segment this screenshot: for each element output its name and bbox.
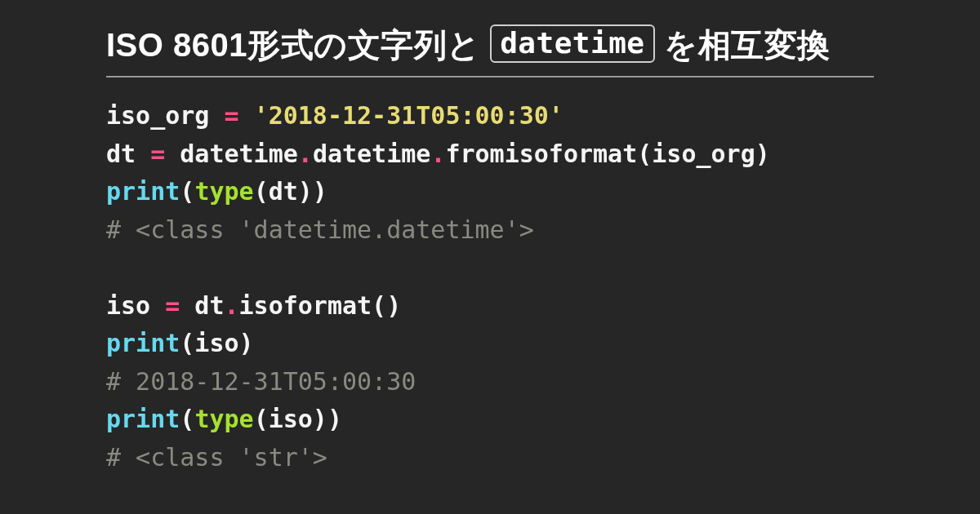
- code-token: iso: [106, 291, 165, 320]
- code-token: (: [180, 405, 194, 433]
- code-line: iso_org = '2018-12-31T05:00:30': [106, 97, 874, 135]
- code-token: '2018-12-31T05:00:30': [254, 101, 564, 130]
- title-pre: ISO 8601形式の文字列と: [106, 27, 481, 63]
- code-token: print: [106, 177, 180, 206]
- code-token: .: [298, 140, 313, 168]
- code-token: datetime: [313, 140, 431, 168]
- code-token: =: [225, 101, 239, 130]
- code-token: .: [225, 291, 239, 320]
- code-token: [239, 101, 254, 130]
- code-token: datetime: [165, 140, 298, 168]
- code-token: iso_org: [106, 101, 225, 130]
- code-line: iso = dt.isoformat(): [106, 287, 874, 326]
- code-line: # 2018-12-31T05:00:30: [106, 363, 874, 401]
- code-line: dt = datetime.datetime.fromisoformat(iso…: [106, 135, 874, 174]
- code-token: (: [180, 177, 194, 206]
- code-line: print(iso): [106, 325, 874, 363]
- code-token: print: [106, 405, 180, 433]
- code-token: isoformat(): [239, 291, 402, 320]
- code-token: # 2018-12-31T05:00:30: [106, 367, 416, 396]
- title-post: を相互変換: [664, 27, 831, 63]
- code-token: (iso)): [254, 405, 342, 433]
- slide-title: ISO 8601形式の文字列と datetime を相互変換: [106, 23, 874, 78]
- code-line: # <class 'datetime.datetime'>: [106, 211, 874, 250]
- code-token: =: [165, 291, 180, 320]
- code-block: iso_org = '2018-12-31T05:00:30'dt = date…: [106, 97, 874, 476]
- code-token: # <class 'str'>: [106, 443, 327, 472]
- slide-container: ISO 8601形式の文字列と datetime を相互変換 iso_org =…: [0, 0, 980, 476]
- code-line: [106, 249, 874, 287]
- code-line: # <class 'str'>: [106, 439, 874, 477]
- code-token: (iso): [180, 329, 253, 357]
- code-token: # <class 'datetime.datetime'>: [106, 215, 534, 244]
- title-code-box: datetime: [490, 24, 654, 63]
- code-line: print(type(iso)): [106, 401, 874, 439]
- code-line: print(type(dt)): [106, 173, 874, 211]
- code-token: (dt)): [254, 177, 327, 206]
- code-token: type: [194, 177, 253, 206]
- code-token: print: [106, 329, 180, 357]
- code-token: type: [194, 405, 253, 433]
- code-token: [106, 253, 121, 281]
- code-token: =: [150, 140, 165, 168]
- code-token: .: [430, 140, 445, 168]
- code-token: dt: [180, 291, 224, 320]
- code-token: fromisoformat(iso_org): [445, 140, 769, 168]
- code-token: dt: [106, 140, 150, 168]
